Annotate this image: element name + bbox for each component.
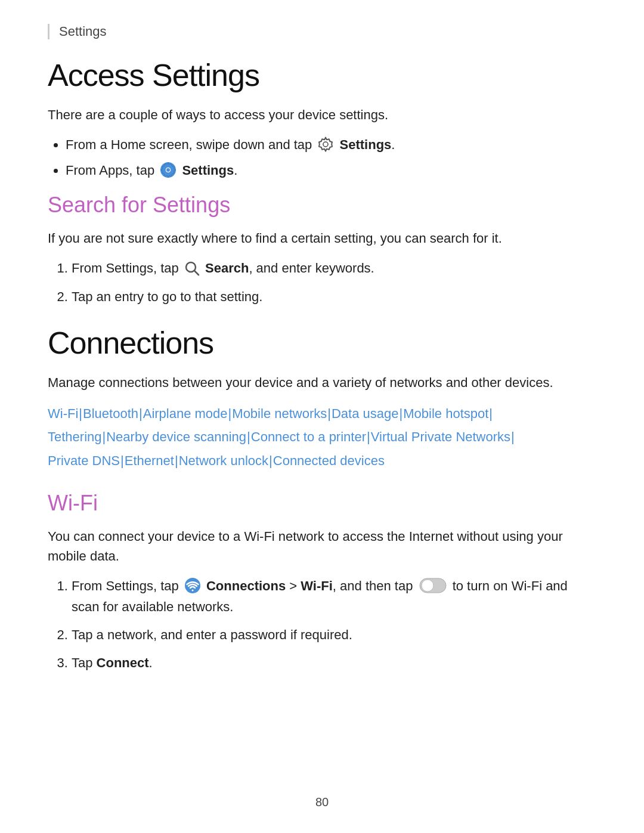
connections-title: Connections — [48, 325, 596, 361]
wifi-step-1-arrow: > — [286, 578, 301, 593]
link-nearby-device-scanning[interactable]: Nearby device scanning — [106, 429, 246, 444]
wifi-step-1-prefix: From Settings, tap — [72, 578, 182, 593]
svg-line-7 — [194, 271, 199, 275]
separator: | — [228, 406, 232, 421]
toggle-icon — [419, 578, 447, 593]
wifi-intro: You can connect your device to a Wi-Fi n… — [48, 527, 596, 566]
separator: | — [400, 406, 403, 421]
apps-settings-icon — [160, 162, 177, 178]
bullet-bold-1: Settings — [340, 137, 392, 152]
step-1-bold: Search — [205, 261, 249, 275]
access-settings-title: Access Settings — [48, 57, 596, 93]
link-private-dns[interactable]: Private DNS — [48, 453, 120, 468]
separator: | — [120, 453, 124, 468]
wifi-step-1-comma: , and then tap — [333, 578, 417, 593]
list-item: From Apps, tap Settings. — [66, 160, 596, 181]
search-settings-title: Search for Settings — [48, 193, 596, 218]
link-virtual-private-networks[interactable]: Virtual Private Networks — [371, 429, 510, 444]
bullet-bold-2: Settings — [182, 163, 234, 178]
bullet-text-1: From a Home screen, swipe down and tap — [66, 137, 315, 152]
separator: | — [103, 429, 106, 444]
wifi-step-3-suffix: . — [149, 655, 153, 670]
link-bluetooth[interactable]: Bluetooth — [83, 406, 138, 421]
step-2-text: Tap an entry to go to that setting. — [72, 289, 262, 304]
list-item: Tap a network, and enter a password if r… — [72, 624, 596, 645]
list-item: From Settings, tap Search, and enter key… — [72, 258, 596, 278]
separator: | — [269, 453, 273, 468]
list-item: From a Home screen, swipe down and tap S… — [66, 134, 596, 155]
breadcrumb: Settings — [48, 24, 596, 39]
separator: | — [175, 453, 178, 468]
link-ethernet[interactable]: Ethernet — [125, 453, 174, 468]
wifi-step-3-prefix: Tap — [72, 655, 97, 670]
link-network-unlock[interactable]: Network unlock — [179, 453, 268, 468]
list-item: Tap an entry to go to that setting. — [72, 286, 596, 307]
wifi-step-2-text: Tap a network, and enter a password if r… — [72, 627, 352, 642]
connections-intro: Manage connections between your device a… — [48, 373, 596, 392]
bullet-text-2: From Apps, tap — [66, 163, 158, 178]
wifi-step-1-wifi: Wi-Fi — [301, 578, 333, 593]
gear-icon — [317, 136, 334, 153]
list-item: From Settings, tap Connections > Wi-Fi, … — [72, 575, 596, 617]
bullet-punct-2: . — [234, 163, 237, 178]
wifi-steps: From Settings, tap Connections > Wi-Fi, … — [72, 575, 596, 674]
connections-links: Wi-Fi|Bluetooth|Airplane mode|Mobile net… — [48, 402, 596, 473]
list-item: Tap Connect. — [72, 652, 596, 673]
access-settings-bullets: From a Home screen, swipe down and tap S… — [66, 134, 596, 181]
svg-point-5 — [166, 168, 170, 172]
link-connect-to-printer[interactable]: Connect to a printer — [251, 429, 366, 444]
wifi-title: Wi-Fi — [48, 491, 596, 516]
svg-point-10 — [422, 580, 434, 592]
link-mobile-hotspot[interactable]: Mobile hotspot — [403, 406, 488, 421]
link-data-usage[interactable]: Data usage — [332, 406, 399, 421]
link-tethering[interactable]: Tethering — [48, 429, 102, 444]
page-number: 80 — [0, 795, 644, 809]
link-airplane-mode[interactable]: Airplane mode — [143, 406, 228, 421]
separator: | — [489, 406, 493, 421]
separator: | — [139, 406, 143, 421]
wifi-step-3-connect: Connect — [97, 655, 149, 670]
separator: | — [511, 429, 515, 444]
separator: | — [367, 429, 370, 444]
link-wifi[interactable]: Wi-Fi — [48, 406, 78, 421]
link-connected-devices[interactable]: Connected devices — [273, 453, 385, 468]
step-1-text: From Settings, tap — [72, 261, 179, 275]
separator: | — [247, 429, 250, 444]
separator: | — [79, 406, 82, 421]
separator: | — [327, 406, 331, 421]
search-settings-intro: If you are not sure exactly where to fin… — [48, 228, 596, 248]
link-mobile-networks[interactable]: Mobile networks — [232, 406, 327, 421]
search-icon — [184, 261, 200, 276]
connections-icon — [184, 577, 201, 594]
search-settings-steps: From Settings, tap Search, and enter key… — [72, 258, 596, 306]
access-settings-intro: There are a couple of ways to access you… — [48, 105, 596, 125]
step-1-suffix: , and enter keywords. — [249, 261, 374, 275]
wifi-step-1-connections: Connections — [206, 578, 286, 593]
svg-point-1 — [323, 142, 328, 147]
bullet-punct-1: . — [391, 137, 395, 152]
